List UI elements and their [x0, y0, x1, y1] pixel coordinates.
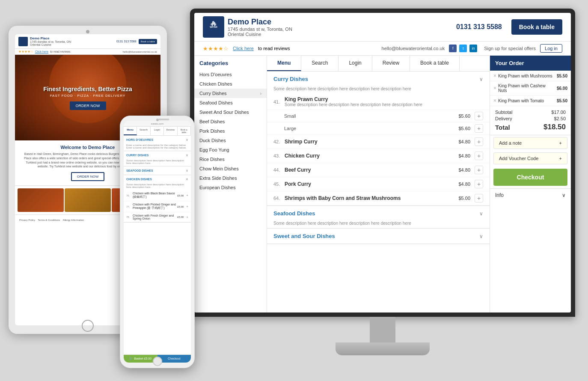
tablet-order-button[interactable]: ORDER NOW [70, 101, 106, 110]
seafood-dishes-title: Seafood Dishes [273, 210, 315, 217]
checkout-button[interactable]: Checkout [493, 169, 567, 186]
linkedin-icon[interactable]: in [469, 45, 477, 52]
tablet-hero-title: Finest Ingredients, Better Pizza [43, 86, 132, 92]
item-price-45: $4.80 [458, 182, 470, 187]
add-76-button[interactable]: + [186, 193, 188, 197]
add-voucher-plus-icon: + [559, 156, 562, 161]
tablet-email: hello@bluewateroriental.co.uk [123, 51, 157, 53]
add-78-button[interactable]: + [186, 215, 188, 219]
sidebar-item-egg[interactable]: Egg Foo Yung [194, 145, 267, 155]
sidebar-item-seafood[interactable]: Seafood Dishes [194, 98, 267, 107]
phone-item-78: 78. Chicken with Fresh Ginger and Spring… [124, 212, 191, 222]
sidebar: Categories Hors D'oeuvres Chicken Dishes… [194, 56, 267, 313]
phone-seafood-header[interactable]: SEAFOOD DISHES ∨ [124, 167, 191, 175]
item-desc: Some description here description here d… [285, 102, 483, 107]
sweet-sour-section: Sweet and Sour Dishes ∨ [267, 229, 490, 244]
add-beef-button[interactable]: + [475, 166, 483, 174]
phone-item-price-77: £5.00 [177, 205, 184, 208]
login-button[interactable]: Log in [540, 44, 562, 53]
sidebar-item-european[interactable]: European Dishes [194, 183, 267, 192]
add-note-button[interactable]: Add a note + [493, 137, 567, 149]
sidebar-item-chicken[interactable]: Chicken Dishes [194, 79, 267, 89]
tab-review[interactable]: Review [372, 56, 410, 71]
add-chicken-button[interactable]: + [475, 152, 483, 160]
allergy-link[interactable]: Allergy Information [62, 219, 84, 221]
menu-item-shrimp-curry: 42. Shrimp Curry $4.80 + [267, 135, 490, 149]
seafood-dishes-section: Seafood Dishes ∨ Some description here d… [267, 206, 490, 229]
phone-curry-header[interactable]: CURRY DISHES ∨ [124, 151, 191, 159]
sidebar-item-pork[interactable]: Pork Dishes [194, 126, 267, 136]
add-small-button[interactable]: + [475, 112, 483, 120]
phone-hors-desc: Enter a name and description for the cat… [124, 144, 191, 151]
sidebar-item-duck[interactable]: Duck Dishes [194, 136, 267, 145]
item-name-43: Chicken Curry [285, 153, 458, 159]
tablet-home-button[interactable] [82, 320, 94, 332]
phone-item-num-78: 78. [126, 216, 131, 218]
order-item-1: × King Prawn with Mushrooms $5.50 [490, 71, 571, 81]
tab-login[interactable]: Login [339, 56, 372, 71]
phone-checkout-button[interactable]: Checkout [157, 355, 191, 363]
tablet-pizza-image [18, 188, 64, 212]
sidebar-item-curry[interactable]: Curry Dishes › [194, 89, 267, 98]
order-item-3-name: King Prawn with Tomato [498, 98, 555, 103]
desktop-monitor: BLUE WATER Demo Place 1745 dundas st w, … [190, 9, 575, 360]
item-price-64: $5.00 [458, 196, 470, 201]
add-voucher-button[interactable]: Add Voucher Code + [493, 152, 567, 164]
tablet-book-button[interactable]: Book a table [139, 39, 157, 44]
tab-search[interactable]: Search [301, 56, 339, 71]
tablet-restaurant-name: Demo Place [30, 36, 71, 40]
phone-chicken-header[interactable]: CHICKEN DISHES ∧ [124, 175, 191, 183]
remove-item-3-button[interactable]: × [493, 98, 496, 104]
size-row-large: Large $5.60 + [267, 122, 490, 135]
add-77-button[interactable]: + [186, 205, 188, 208]
phone-nav: Menu Search Login Review Book a table [124, 127, 191, 136]
info-row[interactable]: Info ∨ [490, 188, 571, 202]
tab-menu[interactable]: Menu [267, 56, 301, 71]
phone-hors-header[interactable]: HORS D'OEUVRES ∨ [124, 136, 191, 144]
remove-item-2-button[interactable]: × [493, 85, 496, 91]
twitter-icon[interactable]: t [459, 45, 467, 52]
facebook-icon[interactable]: f [449, 45, 457, 52]
privacy-link[interactable]: Privacy Policy [19, 219, 35, 221]
phone-tab-login[interactable]: Login [151, 127, 164, 135]
phone-tab-book[interactable]: Book a table [178, 127, 191, 135]
add-shrimps-button[interactable]: + [475, 194, 483, 202]
item-number-44: 44. [273, 167, 282, 173]
add-large-button[interactable]: + [475, 124, 483, 133]
order-panel: Your Order × King Prawn with Mushrooms $… [490, 56, 571, 313]
tab-book-table[interactable]: Book a table [410, 56, 460, 71]
sweet-sour-chevron-icon: ∨ [479, 233, 483, 239]
phone-item-76: 76. Chicken with Black Bean Sauce (豉椒鸡丁)… [124, 190, 191, 201]
item-name-42: Shrimp Curry [285, 139, 458, 145]
phone-home-button[interactable] [153, 357, 162, 366]
sidebar-item-sweet[interactable]: Sweet And Sour Dishes [194, 107, 267, 117]
sweet-sour-header[interactable]: Sweet and Sour Dishes ∨ [267, 229, 490, 244]
sidebar-item-rice[interactable]: Rice Dishes [194, 155, 267, 164]
terms-link[interactable]: Terms & Conditions [38, 219, 60, 221]
sidebar-title: Categories [194, 60, 267, 70]
phone-tab-search[interactable]: Search [137, 127, 150, 135]
item-name-64: Shrimps with Baby Corn and Straw Mushroo… [285, 195, 458, 201]
order-header: Your Order [490, 56, 571, 71]
size-row-small: Small $5.60 + [267, 110, 490, 122]
sidebar-item-chow[interactable]: Chow Mein Dishes [194, 164, 267, 173]
tablet-review-link[interactable]: Click here [35, 50, 48, 53]
add-pork-button[interactable]: + [475, 180, 483, 188]
sidebar-item-hors[interactable]: Hors D'oeuvres [194, 70, 267, 79]
phone-item-num-76: 76. [126, 194, 131, 197]
tablet-welcome-order-button[interactable]: ORDER NOW [71, 172, 105, 181]
phone-tab-menu[interactable]: Menu [124, 127, 137, 135]
email-link: hello@bluewateroriental.co.uk [382, 46, 445, 51]
seafood-dishes-header[interactable]: Seafood Dishes ∨ [267, 206, 490, 221]
phone-item-price-78: £5.00 [177, 216, 184, 218]
phone-tab-review[interactable]: Review [164, 127, 177, 135]
sidebar-item-beef[interactable]: Beef Dishes [194, 117, 267, 126]
curry-dishes-header[interactable]: Curry Dishes ∨ [267, 71, 490, 86]
add-shrimp-button[interactable]: + [475, 137, 483, 146]
sidebar-item-extra[interactable]: Extra Side Dishes [194, 173, 267, 183]
review-link[interactable]: Click here [233, 46, 254, 51]
special-offers: Sign up for special offers [484, 46, 536, 51]
book-table-button[interactable]: Book a table [511, 19, 562, 35]
remove-item-1-button[interactable]: × [493, 73, 496, 79]
menu-item-pork-curry: 45. Pork Curry $4.80 + [267, 177, 490, 191]
